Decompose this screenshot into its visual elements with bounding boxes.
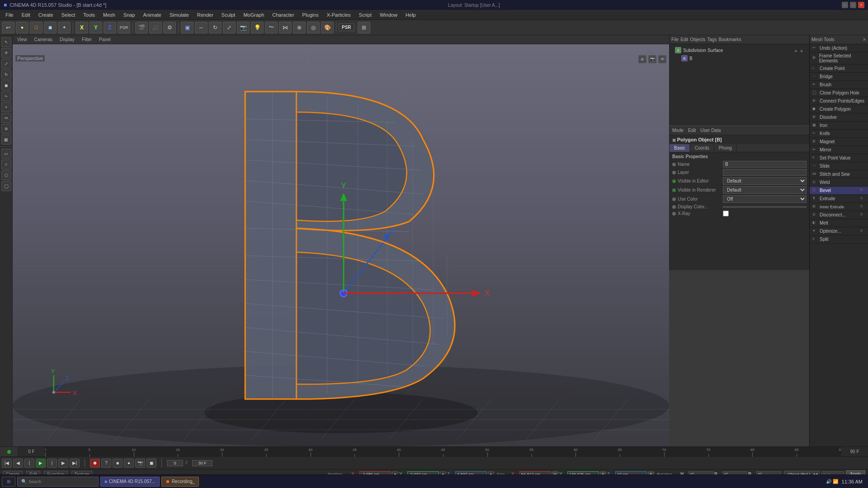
tool-close-hole[interactable]: ◯ Close Polygon Hole (810, 89, 868, 97)
tb-material[interactable]: ◎ (307, 22, 320, 33)
tool-knife[interactable]: ✁ Knife (810, 130, 868, 138)
tb-move[interactable]: X (75, 22, 88, 33)
attr-tab-phong[interactable]: Phong (714, 144, 737, 152)
tool-weld[interactable]: ◎ Weld (810, 178, 868, 187)
lt-sel-loop[interactable]: ◯ (1, 181, 11, 191)
tb-undo[interactable]: ↩ (2, 22, 14, 33)
disconnect-settings[interactable]: ⚙ (860, 212, 865, 218)
vp-icon-axes[interactable]: ⊕ (638, 55, 646, 63)
lt-sel-rect[interactable]: ▭ (1, 149, 11, 159)
close-button[interactable]: ✕ (858, 2, 864, 8)
tool-brush[interactable]: ✏ Brush (810, 81, 868, 89)
goto-end-button[interactable]: ▶| (70, 459, 80, 468)
fps-input[interactable] (192, 460, 212, 466)
taskbar-recording[interactable]: ⏺ Recording_ (161, 477, 199, 487)
menu-select[interactable]: Select (58, 11, 79, 19)
record-stop[interactable]: ■ (113, 459, 123, 468)
lt-move[interactable]: ✛ (1, 48, 11, 58)
tool-stitch-sew[interactable]: ⋈ Stitch and Sew (810, 170, 868, 178)
goto-start-button[interactable]: |◀ (2, 459, 12, 468)
maximize-button[interactable]: □ (850, 2, 856, 8)
lt-rotate[interactable]: ↻ (1, 70, 11, 80)
vp-filter-menu[interactable]: Filter (80, 37, 94, 42)
lt-brush[interactable]: ⌖ (1, 102, 11, 112)
tool-bevel[interactable]: ⬡ Bevel ⚙ (810, 187, 868, 195)
tb-mode-points[interactable]: ● (16, 22, 28, 33)
tb-obj-move[interactable]: ↔ (195, 22, 208, 33)
tool-create-point[interactable]: • Create Point (810, 65, 868, 73)
tb-obj-cube[interactable]: ▣ (181, 22, 193, 33)
next-frame-button[interactable]: ▶ (58, 459, 68, 468)
tb-obj-rotate[interactable]: ↻ (209, 22, 222, 33)
objects-edit-tab[interactable]: Edit (680, 37, 688, 42)
minimize-button[interactable]: ─ (842, 2, 848, 8)
tb-mode-obj[interactable]: ✦ (58, 22, 71, 33)
obj-tree-subdivision[interactable]: S Subdivision Surface ▲ ▲ (672, 46, 807, 54)
taskbar-search[interactable]: 🔍 Search (17, 477, 99, 487)
attr-tab-coords[interactable]: Coords (690, 144, 714, 152)
attr-tab-basic[interactable]: Basic (670, 144, 690, 152)
menu-sculpt[interactable]: Sculpt (218, 11, 239, 19)
objects-bookmarks-tab[interactable]: Bookmarks (718, 37, 741, 42)
tb-mode-edges[interactable]: ⬡ (30, 22, 42, 33)
tool-split[interactable]: ⋄ Split (810, 235, 868, 244)
menu-plugins[interactable]: Plugins (299, 11, 322, 19)
tb-obj-cam[interactable]: 📷 (237, 22, 250, 33)
prop-ve-select[interactable]: Default (723, 177, 807, 185)
tool-iron[interactable]: ▦ Iron (810, 122, 868, 130)
obj-tree-b[interactable]: B B (672, 54, 807, 62)
lt-sel-lasso[interactable]: ⌗ (1, 160, 11, 169)
record-button[interactable]: ⏺ (90, 459, 100, 468)
bevel-settings-icon[interactable]: ⚙ (860, 188, 865, 193)
taskbar-cinema4d[interactable]: ■ CINEMA 4D R15.057... (100, 477, 160, 487)
prev-frame-button[interactable]: ◀ (13, 459, 23, 468)
prop-layer-input[interactable] (723, 169, 807, 176)
menu-tools[interactable]: Tools (80, 11, 99, 19)
tool-dissolve[interactable]: ⊗ Dissolve (810, 113, 868, 122)
optimize-settings[interactable]: ⚙ (860, 229, 865, 234)
tool-disconnect[interactable]: ⊘ Disconnect... ⚙ (810, 211, 868, 219)
lt-sel-poly[interactable]: ⬡ (1, 170, 11, 180)
tool-bridge[interactable]: ⋯ Bridge (810, 73, 868, 81)
menu-render[interactable]: Render (193, 11, 217, 19)
menu-file[interactable]: File (2, 11, 17, 19)
record-camera[interactable]: 📷 (135, 459, 145, 468)
tb-color[interactable]: 🎨 (321, 22, 334, 33)
tool-slide[interactable]: ↔ Slide (810, 162, 868, 170)
vp-display-menu[interactable]: Display (58, 37, 76, 42)
tb-extra1[interactable]: ⊞ (358, 22, 370, 33)
tb-deform[interactable]: ⋈ (279, 22, 292, 33)
tb-render-settings[interactable]: ⚙ (163, 22, 176, 33)
lt-select[interactable]: ↖ (1, 37, 11, 47)
tb-light[interactable]: 💡 (251, 22, 264, 33)
lt-scale[interactable]: ⤢ (1, 59, 11, 69)
canvas-area[interactable]: Perspective ⊕ 📷 👁 (13, 44, 669, 446)
menu-create[interactable]: Create (35, 11, 57, 19)
objects-tags-tab[interactable]: Tags (707, 37, 717, 42)
tb-spline[interactable]: 〜 (265, 22, 278, 33)
record-settings[interactable]: ? (101, 459, 111, 468)
menu-help[interactable]: Help (402, 11, 420, 19)
lt-knife[interactable]: ✁ (1, 91, 11, 101)
tool-melt[interactable]: ◐ Melt (810, 219, 868, 227)
prev-key-button[interactable]: ⟨ (24, 459, 34, 468)
vp-icon-camera[interactable]: 📷 (648, 55, 656, 63)
lt-poly[interactable]: ◼ (1, 80, 11, 90)
tool-connect-points[interactable]: ⊕ Connect Points/Edges (810, 97, 868, 105)
attr-mode-tab[interactable]: Mode (672, 128, 684, 133)
tb-obj-scale[interactable]: ⤢ (223, 22, 236, 33)
lt-magnet[interactable]: ⊛ (1, 124, 11, 134)
menu-window[interactable]: Window (376, 11, 401, 19)
lt-mirror[interactable]: ⇔ (1, 113, 11, 123)
prop-name-input[interactable] (723, 161, 807, 168)
menu-script[interactable]: Script (355, 11, 375, 19)
taskbar-start[interactable]: ⊞ (2, 477, 15, 487)
tool-mirror[interactable]: ⇔ Mirror (810, 146, 868, 154)
mesh-tools-close[interactable]: ✕ (863, 37, 866, 42)
menu-snap[interactable]: Snap (120, 11, 139, 19)
lt-iron[interactable]: ▦ (1, 135, 11, 145)
vp-icon-display[interactable]: 👁 (658, 55, 666, 63)
current-frame-input[interactable] (167, 460, 183, 466)
menu-mesh[interactable]: Mesh (99, 11, 119, 19)
tb-space[interactable]: ⊕ (293, 22, 306, 33)
